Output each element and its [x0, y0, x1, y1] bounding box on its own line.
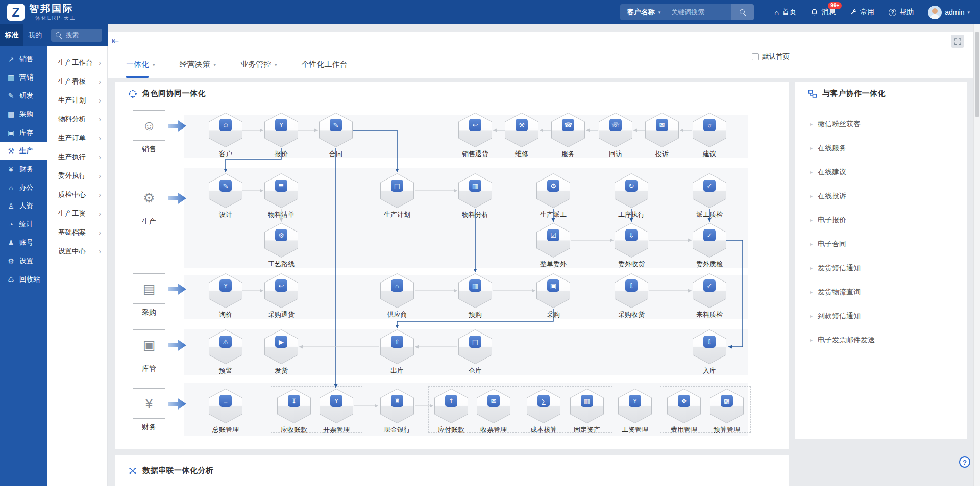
diagram-node-label[interactable]: 成本核算 [519, 425, 568, 434]
diagram-node-预警[interactable]: ⚠ [209, 329, 242, 364]
diagram-node-label[interactable]: 委外收货 [607, 260, 656, 269]
diagram-node-label[interactable]: 采购 [529, 310, 578, 319]
diagram-node-label[interactable]: 应收账款 [270, 425, 318, 434]
customer-item-发货物流查询[interactable]: ▸发货物流查询 [795, 280, 967, 304]
submenu-item-物料分析[interactable]: 物料分析› [47, 110, 107, 129]
diagram-node-预购[interactable]: ▦ [458, 273, 492, 308]
submenu-item-生产执行[interactable]: 生产执行› [47, 147, 107, 166]
diagram-node-投诉[interactable]: ✉ [645, 113, 679, 147]
submenu-item-设置中心[interactable]: 设置中心› [47, 242, 107, 261]
diagram-node-生产计划[interactable]: ▤ [380, 173, 414, 208]
diagram-node-label[interactable]: 客户 [201, 149, 250, 159]
diagram-node-工序执行[interactable]: ↻ [615, 173, 648, 208]
customer-item-电子报价[interactable]: ▸电子报价 [795, 208, 967, 232]
diagram-node-label[interactable]: 应付账款 [427, 425, 476, 434]
diagram-node-label[interactable]: 设计 [201, 210, 250, 219]
submenu-item-基础档案[interactable]: 基础档案› [47, 223, 107, 242]
diagram-node-派工质检[interactable]: ✓ [693, 173, 726, 208]
diagram-node-label[interactable]: 询价 [201, 310, 250, 319]
rail-item-生产[interactable]: ⚒生产 [0, 142, 47, 160]
diagram-node-label[interactable]: 销售退货 [451, 149, 500, 159]
nav-messages[interactable]: 消息 99+ [811, 8, 836, 17]
submenu-item-质检中心[interactable]: 质检中心› [47, 185, 107, 204]
diagram-node-应付账款[interactable]: ↥ [434, 389, 468, 423]
diagram-node-整单委外[interactable]: ☑ [536, 223, 570, 258]
diagram-node-label[interactable]: 仓库 [451, 366, 500, 375]
page-scrollbar[interactable] [973, 24, 980, 486]
diagram-node-label[interactable]: 出库 [373, 366, 422, 375]
diagram-node-label[interactable]: 报价 [257, 149, 306, 159]
rail-item-库存[interactable]: ▣库存 [0, 123, 47, 142]
diagram-node-label[interactable]: 收票管理 [469, 425, 518, 434]
nav-help[interactable]: ? 帮助 [889, 8, 914, 17]
search-category-select[interactable]: 客户名称 ▾ [620, 8, 666, 17]
tab-一体化[interactable]: 一体化▾ [126, 60, 155, 78]
nav-favorites[interactable]: 常用 [850, 8, 874, 17]
diagram-node-开票管理[interactable]: ¥ [320, 389, 353, 423]
rail-item-营销[interactable]: ▥营销 [0, 68, 47, 87]
diagram-node-label[interactable]: 总账管理 [201, 425, 250, 434]
fullscreen-button[interactable] [951, 35, 964, 48]
diagram-node-label[interactable]: 预算管理 [702, 425, 751, 434]
diagram-node-采购[interactable]: ▣ [536, 273, 570, 308]
diagram-node-label[interactable]: 回访 [591, 149, 640, 159]
customer-item-在线投诉[interactable]: ▸在线投诉 [795, 184, 967, 208]
rail-item-账号[interactable]: ♟账号 [0, 234, 47, 252]
diagram-node-label[interactable]: 工艺路线 [257, 260, 306, 269]
diagram-node-label[interactable]: 预警 [201, 366, 250, 375]
submenu-item-生产工资[interactable]: 生产工资› [47, 204, 107, 223]
sidebar-tab-standard[interactable]: 标准 [0, 24, 23, 46]
sidebar-search[interactable]: 搜索 [51, 29, 102, 42]
diagram-node-销售退货[interactable]: ↩ [458, 113, 492, 147]
diagram-node-费用管理[interactable]: ❖ [667, 389, 701, 423]
diagram-node-询价[interactable]: ¥ [209, 273, 242, 308]
diagram-node-工艺路线[interactable]: ⚙ [264, 223, 298, 258]
diagram-node-label[interactable]: 入库 [685, 366, 734, 375]
nav-home[interactable]: ⌂ 首页 [774, 8, 796, 17]
diagram-node-label[interactable]: 服务 [544, 149, 593, 159]
diagram-node-label[interactable]: 发货 [257, 366, 306, 375]
diagram-node-label[interactable]: 整单委外 [529, 260, 578, 269]
diagram-node-label[interactable]: 采购收货 [607, 310, 656, 319]
diagram-node-现金银行[interactable]: ♜ [380, 389, 414, 423]
submenu-item-生产看板[interactable]: 生产看板› [47, 72, 107, 91]
diagram-node-label[interactable]: 生产派工 [529, 210, 578, 219]
diagram-node-建议[interactable]: ☼ [693, 113, 726, 147]
help-fab[interactable]: ? [959, 456, 970, 468]
customer-item-发货短信通知[interactable]: ▸发货短信通知 [795, 256, 967, 280]
tab-业务管控[interactable]: 业务管控▾ [240, 60, 277, 78]
submenu-item-委外执行[interactable]: 委外执行› [47, 166, 107, 185]
brand-logo[interactable]: Z [7, 4, 24, 21]
diagram-node-应收账款[interactable]: ↧ [277, 389, 311, 423]
diagram-node-label[interactable]: 预购 [451, 310, 500, 319]
diagram-node-服务[interactable]: ☎ [551, 113, 585, 147]
diagram-node-label[interactable]: 现金银行 [373, 425, 422, 434]
diagram-node-回访[interactable]: ☏ [599, 113, 632, 147]
user-menu[interactable]: admin ▾ [928, 6, 970, 19]
sidebar-tab-mine[interactable]: 我的 [23, 24, 47, 46]
diagram-node-label[interactable]: 委外质检 [685, 260, 734, 269]
submenu-item-生产工作台[interactable]: 生产工作台› [47, 53, 107, 72]
diagram-node-维修[interactable]: ⚒ [505, 113, 538, 147]
diagram-node-label[interactable]: 投诉 [638, 149, 687, 159]
tab-经营决策[interactable]: 经营决策▾ [180, 60, 216, 78]
diagram-node-label[interactable]: 物料清单 [257, 210, 306, 219]
diagram-node-固定资产[interactable]: ▦ [570, 389, 604, 423]
diagram-node-label[interactable]: 费用管理 [659, 425, 708, 434]
submenu-item-生产订单[interactable]: 生产订单› [47, 129, 107, 147]
diagram-node-物料分析[interactable]: ▥ [458, 173, 492, 208]
diagram-node-label[interactable]: 建议 [685, 149, 734, 159]
customer-item-在线建议[interactable]: ▸在线建议 [795, 160, 967, 184]
diagram-node-来料质检[interactable]: ✓ [693, 273, 726, 308]
diagram-node-仓库[interactable]: ▤ [458, 329, 492, 364]
diagram-node-总账管理[interactable]: ≡ [209, 389, 242, 423]
search-button[interactable] [731, 4, 754, 20]
customer-item-电子发票邮件发送[interactable]: ▸电子发票邮件发送 [795, 328, 967, 352]
diagram-node-供应商[interactable]: ⌂ [380, 273, 414, 308]
rail-item-设置[interactable]: ⚙设置 [0, 252, 47, 270]
diagram-node-报价[interactable]: ¥ [264, 113, 298, 147]
diagram-node-委外质检[interactable]: ✓ [693, 223, 726, 258]
rail-item-财务[interactable]: ¥财务 [0, 160, 47, 178]
diagram-node-label[interactable]: 生产计划 [373, 210, 422, 219]
diagram-node-label[interactable]: 工资管理 [610, 425, 659, 434]
